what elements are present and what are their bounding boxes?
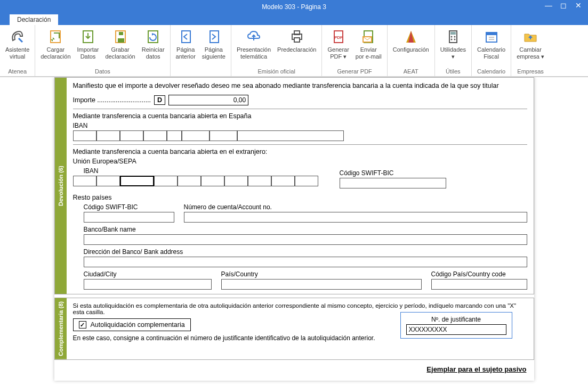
enviar-email-button[interactable]: Enviar por e-mail (352, 26, 385, 62)
ribbon-group-atenea: Asistente virtual Atenea (0, 25, 35, 76)
form-page: Devolución (6) Manifiesto que el importe… (54, 77, 534, 381)
account-no-label: Número de cuenta/Account no. (184, 203, 527, 211)
svg-rect-3 (118, 38, 124, 43)
configuracion-button[interactable]: Configuración (390, 26, 432, 55)
save-icon (112, 28, 129, 45)
svg-rect-4 (119, 32, 123, 35)
iban-label-sepa: IBAN (73, 167, 318, 175)
declaration-text: Manifiesto que el importe a devolver res… (73, 82, 527, 89)
iban-es-1[interactable] (73, 130, 96, 141)
ribbon-group-datos: Cargar declaración Importar Datos Grabar… (35, 25, 170, 76)
presentacion-telematica-button[interactable]: Presentación telemática (233, 26, 274, 62)
utilidades-button[interactable]: Utilidades ▾ (437, 26, 469, 62)
iban-sepa-1[interactable] (73, 176, 96, 186)
ue-sepa-label: Unión Europea/SEPA (73, 158, 527, 165)
reiniciar-datos-button[interactable]: Reiniciar datos (139, 26, 168, 62)
print-icon (288, 28, 305, 45)
grabar-declaracion-button[interactable]: Grabar declaración (102, 26, 138, 62)
iban-es-5[interactable] (167, 130, 182, 141)
svg-point-19 (450, 39, 452, 40)
iban-sepa-3[interactable] (120, 176, 154, 186)
account-no-input[interactable] (184, 212, 527, 223)
iban-sepa-2[interactable] (96, 176, 120, 186)
calendario-fiscal-button[interactable]: Calendario Fiscal (474, 26, 509, 62)
country-input[interactable] (221, 279, 422, 290)
pagina-siguiente-button[interactable]: Página siguiente (199, 26, 229, 62)
group-label-atenea: Atenea (2, 67, 33, 76)
iban-es-2[interactable] (96, 130, 120, 141)
checkbox-icon: ✓ (79, 321, 86, 328)
reiniciar-label: Reiniciar datos (142, 46, 165, 60)
group-label-utiles: Útiles (437, 67, 469, 76)
section-devolucion: Devolución (6) Manifiesto que el importe… (54, 77, 534, 294)
iban-es-7[interactable] (210, 130, 237, 141)
asistente-virtual-button[interactable]: Asistente virtual (2, 26, 33, 62)
swift-other-input[interactable] (84, 212, 174, 223)
svg-rect-22 (486, 32, 497, 35)
calendario-label: Calendario Fiscal (477, 46, 505, 60)
resto-paises-label: Resto países (73, 194, 527, 201)
iban-sepa-10[interactable] (295, 176, 318, 186)
iban-sepa-7[interactable] (224, 176, 248, 186)
cambiar-empresa-button[interactable]: Cambiar empresa ▾ (513, 26, 547, 62)
bank-name-input[interactable] (84, 234, 527, 245)
bank-address-input[interactable] (84, 257, 527, 267)
iban-sepa-6[interactable] (201, 176, 224, 186)
ribbon-group-empresas: Cambiar empresa ▾ Empresas (511, 25, 550, 76)
importe-input[interactable] (168, 95, 248, 105)
svg-text:PDF: PDF (334, 35, 343, 40)
generar-pdf-button[interactable]: PDF Generar PDF ▾ (324, 26, 352, 62)
justificante-box: Nº. de justificante (400, 312, 512, 339)
ribbon-group-pdf: PDF Generar PDF ▾ Enviar por e-mail Gene… (322, 25, 387, 76)
predeclaracion-label: Predeclaración (277, 46, 316, 53)
justificante-label: Nº. de justificante (406, 316, 506, 323)
minimize-button[interactable]: — (541, 0, 556, 11)
city-input[interactable] (84, 279, 212, 290)
group-label-aeat: AEAT (390, 67, 432, 76)
iban-es-4[interactable] (143, 130, 167, 141)
spain-transfer-header: Mediante transferencia a cuenta bancaria… (73, 112, 527, 120)
content-scroll[interactable]: Devolución (6) Manifiesto que el importe… (0, 77, 588, 386)
calculator-icon (445, 28, 462, 45)
importar-datos-button[interactable]: Importar Datos (74, 26, 102, 62)
iban-spain-row (73, 130, 527, 141)
iban-sepa-4[interactable] (154, 176, 178, 186)
swift-sepa-input[interactable] (340, 178, 446, 188)
window-title: Modelo 303 - Página 3 (262, 3, 326, 11)
iban-label-spain: IBAN (73, 122, 527, 129)
presentacion-label: Presentación telemática (237, 46, 271, 60)
group-label-nav (173, 67, 229, 76)
svg-point-17 (450, 36, 452, 38)
ribbon-group-aeat: Configuración AEAT (388, 25, 435, 76)
iban-es-3[interactable] (120, 130, 143, 141)
window-controls: — ◻ ✕ (541, 0, 586, 11)
cargar-label: Cargar declaración (41, 46, 70, 60)
footer-ejemplar: Ejemplar para el sujeto pasivo (54, 360, 534, 381)
close-button[interactable]: ✕ (571, 0, 586, 11)
calendar-icon (483, 28, 500, 45)
maximize-button[interactable]: ◻ (556, 0, 571, 11)
tab-declaracion[interactable]: Declaración (10, 14, 58, 25)
justificante-input[interactable] (406, 324, 506, 335)
iban-sepa-5[interactable] (178, 176, 201, 186)
iban-sepa-8[interactable] (248, 176, 271, 186)
country-code-input[interactable] (431, 279, 527, 290)
autoliquidacion-checkbox-wrap[interactable]: ✓ Autoliquidación complementaria (73, 318, 191, 331)
swift-label-other: Código SWIFT-BIC (84, 203, 174, 211)
next-page-icon (205, 28, 222, 45)
iban-es-6[interactable] (182, 130, 210, 141)
iban-sepa-row (73, 176, 318, 186)
config-label: Configuración (393, 46, 429, 53)
cargar-declaracion-button[interactable]: Cargar declaración (37, 26, 74, 62)
utilidades-label: Utilidades ▾ (440, 46, 466, 60)
predeclaracion-button[interactable]: Predeclaración (274, 26, 319, 55)
ribbon: Asistente virtual Atenea Cargar declarac… (0, 25, 588, 77)
ribbon-group-calendario: Calendario Fiscal Calendario (472, 25, 511, 76)
iban-sepa-9[interactable] (271, 176, 295, 186)
swift-label-sepa: Código SWIFT-BIC (340, 169, 446, 177)
section-tab-devolucion: Devolución (6) (55, 78, 67, 294)
pdf-icon: PDF (330, 28, 347, 45)
iban-es-8[interactable] (237, 130, 344, 141)
svg-rect-10 (294, 38, 300, 42)
pagina-anterior-button[interactable]: Página anterior (173, 26, 199, 62)
